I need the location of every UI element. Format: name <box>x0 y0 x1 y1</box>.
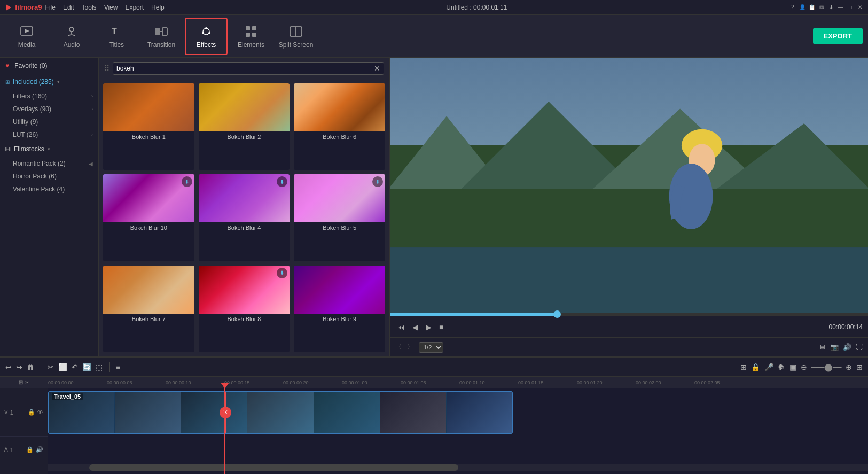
effect-card-3[interactable]: Bokeh Blur 6 <box>294 83 385 170</box>
maximize-icon[interactable]: □ <box>847 4 854 11</box>
menu-view[interactable]: View <box>104 4 118 11</box>
prev-frame-button[interactable]: ◀ <box>410 322 420 332</box>
mail-icon[interactable]: ✉ <box>818 4 825 11</box>
titlebar: filmora9 File Edit Tools View Export Hel… <box>0 0 868 15</box>
toolbar-splitscreen[interactable]: Split Screen <box>275 18 317 55</box>
rotate-back-icon[interactable]: ↶ <box>72 363 78 371</box>
toolbar-transition[interactable]: Transition <box>140 18 183 55</box>
clip-frame-7 <box>447 392 512 433</box>
skip-back-button[interactable]: ⏮ <box>395 322 407 332</box>
playhead[interactable] <box>224 388 225 474</box>
export-button[interactable]: EXPORT <box>813 28 863 44</box>
toolbar-audio[interactable]: Audio <box>50 18 93 55</box>
audio-volume-icon[interactable]: 🔊 <box>36 446 43 453</box>
monitor-icon[interactable]: 🖥 <box>819 343 826 351</box>
magnet-icon[interactable]: ⊞ <box>19 379 23 385</box>
video-clip[interactable]: Travel_05 ✕ <box>48 391 513 434</box>
play-button[interactable]: ▶ <box>424 322 434 332</box>
tl-mic-icon[interactable]: 🎤 <box>764 363 773 371</box>
fullscreen-icon[interactable]: ⛶ <box>856 343 863 351</box>
toolbar-effects[interactable]: Effects <box>185 18 228 55</box>
timeline-main: ⊞ ✂ V 1 🔒 👁 A 1 🔒 🔊 <box>0 377 868 474</box>
overlays-item[interactable]: Overlays (90) › <box>0 103 98 115</box>
clip-frame-6 <box>380 392 447 433</box>
drag-handle-icon[interactable]: ⠿ <box>104 64 110 73</box>
effect-card-5[interactable]: ⬇Bokeh Blur 4 <box>199 174 290 261</box>
download-icon-4[interactable]: ⬇ <box>182 176 192 187</box>
account-icon[interactable]: 👤 <box>799 4 806 11</box>
valentine-pack-label: Valentine Pack (4) <box>13 185 65 193</box>
toolbar-titles[interactable]: T Titles <box>95 18 138 55</box>
preview-progress-bar[interactable] <box>390 313 868 316</box>
download-icon-5[interactable]: ⬇ <box>277 176 287 187</box>
effect-card-1[interactable]: Bokeh Blur 1 <box>103 83 194 170</box>
preview-bottom-bar: 〈 〉 1/2 🖥 📷 🔊 ⛶ <box>390 337 868 356</box>
crop-icon[interactable]: ⬜ <box>58 363 67 371</box>
download-icon-8[interactable]: ⬇ <box>277 268 287 278</box>
utility-item[interactable]: Utility (9) <box>0 115 98 128</box>
quality-select[interactable]: 1/2 <box>419 342 443 353</box>
eye-icon[interactable]: 👁 <box>37 409 43 416</box>
filmstocks-section[interactable]: 🎞 Filmstocks ▾ <box>0 141 98 157</box>
tl-expand-icon[interactable]: ⊞ <box>856 363 863 371</box>
favorite-section[interactable]: ♥ Favorite (0) <box>0 58 98 74</box>
menu-tools[interactable]: Tools <box>82 4 97 11</box>
menu-export[interactable]: Export <box>125 4 144 11</box>
svg-rect-14 <box>246 33 250 37</box>
ruler-mark-6: 00:00:01:05 <box>401 380 426 385</box>
filters-item[interactable]: Filters (160) › <box>0 90 98 103</box>
effect-card-2[interactable]: Bokeh Blur 2 <box>199 83 290 170</box>
tl-snap-icon[interactable]: ⊞ <box>740 363 747 371</box>
audio-lock-icon[interactable]: 🔒 <box>26 446 34 453</box>
cut-icon[interactable]: ✂ <box>48 363 54 371</box>
menu-file[interactable]: File <box>45 4 56 11</box>
romantic-pack-item[interactable]: Romantic Pack (2) ◀ <box>0 157 98 170</box>
close-icon[interactable]: ✕ <box>856 4 864 11</box>
effect-card-4[interactable]: ⬇Bokeh Blur 10 <box>103 174 194 261</box>
camera-icon[interactable]: 📷 <box>830 343 839 351</box>
video-track: Travel_05 ✕ <box>48 388 868 437</box>
undo-icon[interactable]: ↩ <box>5 363 12 371</box>
effect-card-7[interactable]: Bokeh Blur 7 <box>103 266 194 352</box>
download-icon[interactable]: ⬇ <box>827 4 835 11</box>
scissors-icon[interactable]: ✂ <box>25 379 29 385</box>
effect-card-9[interactable]: Bokeh Blur 9 <box>294 266 385 352</box>
tl-plus-icon[interactable]: ⊕ <box>846 363 852 371</box>
search-input[interactable] <box>116 65 374 72</box>
progress-thumb[interactable] <box>553 310 561 318</box>
effect-label-8: Bokeh Blur 8 <box>199 314 290 324</box>
scrollbar-thumb[interactable] <box>89 464 458 471</box>
effect-card-8[interactable]: ⬇Bokeh Blur 8 <box>199 266 290 352</box>
lut-item[interactable]: LUT (26) › <box>0 128 98 141</box>
redo-icon[interactable]: ↪ <box>16 363 22 371</box>
minimize-icon[interactable]: — <box>837 4 844 11</box>
timeline-scrollbar[interactable] <box>48 464 868 471</box>
clipboard-icon[interactable]: 📋 <box>808 4 816 11</box>
menu-edit[interactable]: Edit <box>63 4 74 11</box>
download-icon-6[interactable]: ⬇ <box>372 176 383 187</box>
horror-pack-item[interactable]: Horror Pack (6) <box>0 170 98 183</box>
clear-search-button[interactable]: ✕ <box>374 64 380 73</box>
stop-button[interactable]: ■ <box>437 322 445 332</box>
effect-label-4: Bokeh Blur 10 <box>103 222 194 233</box>
delete-icon[interactable]: 🗑 <box>27 363 34 371</box>
elements-icon <box>244 24 259 39</box>
color-grade-icon[interactable]: 🔄 <box>82 363 91 371</box>
menu-help[interactable]: Help <box>151 4 165 11</box>
tl-lock-icon[interactable]: 🔒 <box>751 363 760 371</box>
effect-thumb-8: ⬇ <box>199 266 290 314</box>
pip-icon[interactable]: ⬚ <box>96 363 103 371</box>
tl-voice-icon[interactable]: 🗣 <box>778 363 785 371</box>
settings-icon[interactable]: ≡ <box>116 363 120 371</box>
tl-slider[interactable]: ━━━⬤━━ <box>811 363 841 371</box>
effect-card-6[interactable]: ⬇Bokeh Blur 5 <box>294 174 385 261</box>
included-section[interactable]: ⊞ Included (285) ▾ <box>0 74 98 90</box>
valentine-pack-item[interactable]: Valentine Pack (4) <box>0 183 98 196</box>
tl-zoom-icon[interactable]: ⊖ <box>801 363 807 371</box>
info-icon[interactable]: ? <box>789 4 796 11</box>
lock-icon[interactable]: 🔒 <box>28 409 35 416</box>
volume-icon[interactable]: 🔊 <box>843 343 851 351</box>
toolbar-media[interactable]: Media <box>5 18 48 55</box>
tl-box-icon[interactable]: ▣ <box>789 363 796 371</box>
toolbar-elements[interactable]: Elements <box>230 18 272 55</box>
